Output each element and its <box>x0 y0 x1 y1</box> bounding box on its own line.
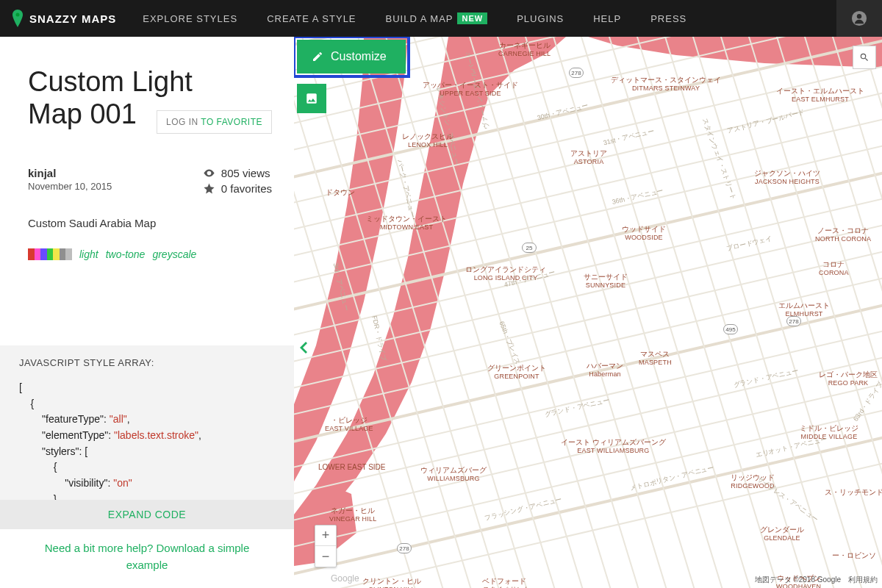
poi-label: カーネギーヒルCARNEGIE HILL <box>498 41 551 57</box>
nav-explore[interactable]: EXPLORE STYLES <box>128 0 252 37</box>
poi-label: ベドフォード- スタイベサント <box>478 577 530 588</box>
poi-label: グレンダールGLENDALE <box>760 526 804 542</box>
tag-greyscale[interactable]: greyscale <box>152 248 196 260</box>
poi-label: ・ビレッジEAST VILLAGE <box>325 416 373 432</box>
poi-label: コロナCORONA <box>819 260 849 276</box>
account-button[interactable] <box>836 0 882 37</box>
poi-label: イースト・エルムハーストEAST ELMHURST <box>776 87 864 103</box>
search-icon <box>859 52 870 62</box>
chevron-left-icon <box>300 342 307 354</box>
route-shield: 278 <box>397 543 412 553</box>
favorite-button[interactable]: LOG IN TO FAVORITE <box>157 110 272 134</box>
poi-label: レゴ・パーク地区REGO PARK <box>819 370 878 387</box>
brand-logo[interactable]: SNAZZY MAPS <box>0 10 128 27</box>
poi-label: イースト ウィリアムズバーングEAST WILLIAMSBURG <box>561 438 666 454</box>
style-description: Custom Saudi Arabia Map <box>28 217 272 229</box>
code-header: JAVASCRIPT STYLE ARRAY: <box>19 357 275 368</box>
pin-icon <box>12 10 24 27</box>
poi-label: LOWER EAST SIDE <box>318 463 386 472</box>
poi-label: グリーンポイントGREENPOINT <box>487 364 546 380</box>
poi-label: ハバーマンHaberman <box>587 362 623 378</box>
nav-create[interactable]: CREATE A STYLE <box>252 0 370 37</box>
code-content[interactable]: [ { "featureType": "all", "elementType":… <box>19 380 275 500</box>
nav-plugins[interactable]: PLUGINS <box>502 0 578 37</box>
expand-code-button[interactable]: EXPAND CODE <box>0 500 294 529</box>
top-nav: SNAZZY MAPS EXPLORE STYLES CREATE A STYL… <box>0 0 882 37</box>
poi-label: ネガー・ヒルVINEGAR HILL <box>329 506 376 523</box>
eye-icon <box>203 167 215 179</box>
svg-point-2 <box>857 14 861 18</box>
map-search-button[interactable] <box>853 46 876 69</box>
tag-light[interactable]: light <box>79 248 98 260</box>
nav-help[interactable]: HELP <box>578 0 636 37</box>
favorites-count: 0 favorites <box>203 182 272 195</box>
route-shield: 278 <box>569 68 584 78</box>
poi-label: ウッドヘブンWOODHAVEN <box>776 574 821 588</box>
collapse-panel-button[interactable] <box>300 342 307 356</box>
poi-label: ミッドタウン・イーストMIDTOWN EAST <box>366 215 447 231</box>
image-button[interactable] <box>297 84 326 113</box>
poi-label: エルムハーストELMHURST <box>778 301 830 318</box>
poi-label: ドタウン <box>326 188 355 197</box>
zoom-control: + − <box>315 525 337 567</box>
zoom-out-button[interactable]: − <box>315 546 336 567</box>
poi-label: サニーサイドSUNNYSIDE <box>584 273 628 289</box>
download-example-link[interactable]: Need a bit more help? Download a simple … <box>0 540 294 573</box>
poi-label: ノース・コロナNORTH CORONA <box>815 226 871 243</box>
poi-label: ウッドサイドWOODSIDE <box>622 225 666 241</box>
zoom-in-button[interactable]: + <box>315 526 336 546</box>
nav-press[interactable]: PRESS <box>636 0 701 37</box>
tag-two-tone[interactable]: two-tone <box>106 248 146 260</box>
user-icon <box>851 10 867 26</box>
code-panel: JAVASCRIPT STYLE ARRAY: [ { "featureType… <box>0 345 294 500</box>
image-icon <box>305 92 318 105</box>
pencil-icon <box>312 51 323 62</box>
brand-text: SNAZZY MAPS <box>29 12 116 25</box>
new-badge: NEW <box>457 12 487 24</box>
nav-build[interactable]: BUILD A MAP NEW <box>371 0 503 37</box>
star-icon <box>203 182 215 195</box>
svg-point-0 <box>16 13 20 17</box>
poi-label: ス・リッチモンド・ヒル <box>825 488 882 497</box>
poi-label: アストリアASTORIA <box>570 149 607 165</box>
poi-label: ウィリアムズバーグWILLIAMSBURG <box>420 466 487 482</box>
route-shield: 278 <box>786 316 801 326</box>
google-watermark: Google <box>331 573 359 584</box>
poi-label: ー・ロビンソ <box>832 551 876 560</box>
poi-label: ジャクソン・ハイツJACKSON HEIGHTS <box>754 169 820 185</box>
route-shield: 495 <box>723 324 738 334</box>
style-panel: Custom Light Map 001 LOG IN TO FAVORITE … <box>0 37 294 588</box>
poi-label: ディットマース・スタインウェイDITMARS STEINWAY <box>611 76 721 92</box>
views-count: 805 views <box>203 167 272 179</box>
author-name[interactable]: kinjal <box>28 167 112 179</box>
poi-label: クリントン・ヒルCLINTON HILL <box>362 577 421 588</box>
map-viewport[interactable]: Customize + − Google 地図データ ©2018 Google … <box>294 37 882 588</box>
route-shield: 25 <box>522 243 537 253</box>
color-swatch <box>28 248 72 260</box>
customize-button[interactable]: Customize <box>297 40 406 74</box>
publish-date: November 10, 2015 <box>28 181 112 192</box>
poi-label: マスペスMASPETH <box>639 350 672 366</box>
